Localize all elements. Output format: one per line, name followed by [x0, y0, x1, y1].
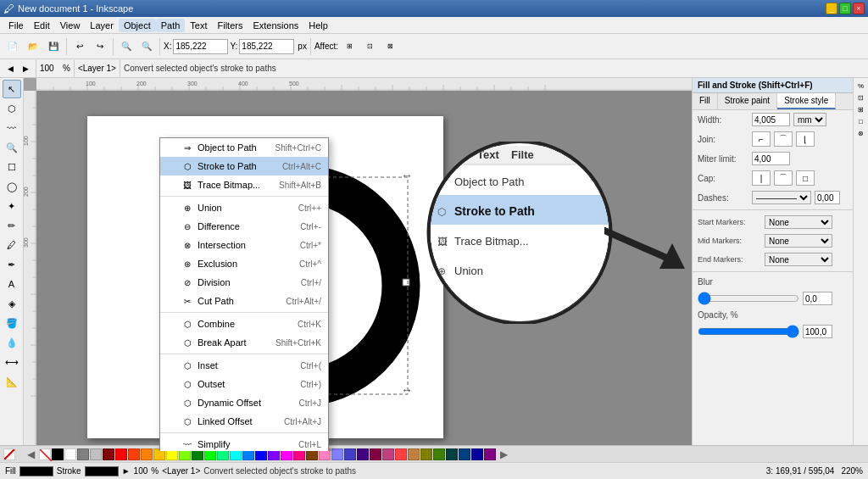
menu-help[interactable]: Help	[303, 19, 333, 32]
menu-division[interactable]: ⊘ Division Ctrl+/	[160, 273, 328, 292]
palette-scroll-right[interactable]: ▶	[500, 448, 508, 460]
purple-swatch[interactable]	[484, 448, 496, 460]
open-button[interactable]: 📂	[24, 37, 42, 56]
fill-indicator[interactable]	[19, 466, 53, 476]
dashes-offset-input[interactable]	[815, 191, 840, 204]
menu-layer[interactable]: Layer	[85, 19, 119, 32]
menu-inset[interactable]: ⬡ Inset Ctrl+(	[160, 356, 328, 375]
snap-btn-4[interactable]: □	[855, 115, 867, 127]
menu-text[interactable]: Text	[185, 19, 212, 32]
circle-tool[interactable]: ◯	[3, 177, 21, 196]
cap-square-btn[interactable]: □	[796, 170, 815, 186]
black-swatch[interactable]	[52, 448, 64, 460]
join-miter-btn[interactable]: ⌐	[752, 131, 771, 147]
zoom-tool[interactable]: 🔍	[3, 138, 21, 157]
menu-view[interactable]: View	[55, 19, 86, 32]
menu-combine[interactable]: ⬡ Combine Ctrl+K	[160, 315, 328, 333]
menu-union[interactable]: ⊕ Union Ctrl++	[160, 198, 328, 217]
menu-difference[interactable]: ⊖ Difference Ctrl+-	[160, 217, 328, 236]
dashes-select[interactable]: ——————- - - - -· · · · ·	[752, 191, 811, 204]
width-unit-select[interactable]: mmpxpt	[793, 113, 826, 126]
dark-blue-swatch[interactable]	[344, 448, 356, 460]
grey-swatch[interactable]	[77, 448, 89, 460]
blur-slider[interactable]	[698, 292, 799, 305]
menu-file[interactable]: File	[3, 19, 29, 32]
dark-magenta-swatch[interactable]	[370, 448, 381, 460]
menu-trace-bitmap[interactable]: 🖼 Trace Bitmap... Shift+Alt+B	[160, 175, 328, 194]
end-markers-select[interactable]: None	[765, 253, 832, 266]
silver-swatch[interactable]	[90, 448, 102, 460]
midnight-blue-swatch[interactable]	[471, 448, 483, 460]
olive-swatch[interactable]	[420, 448, 432, 460]
affect-btn-1[interactable]: ⊞	[340, 37, 359, 56]
join-round-btn[interactable]: ⌒	[774, 131, 793, 147]
rect-tool[interactable]: ☐	[3, 158, 21, 176]
save-button[interactable]: 💾	[44, 37, 63, 56]
white-swatch[interactable]	[64, 448, 76, 460]
menu-linked-offset[interactable]: ⬡ Linked Offset Ctrl+Alt+J	[160, 412, 328, 431]
cap-butt-btn[interactable]: |	[752, 170, 771, 186]
snap-btn-3[interactable]: ⊞	[855, 103, 867, 115]
snap-btn-5[interactable]: ⊗	[855, 127, 867, 139]
menu-exclusion[interactable]: ⊛ Exclusion Ctrl+^	[160, 254, 328, 273]
menu-extensions[interactable]: Extensions	[248, 19, 303, 32]
calligraphy-tool[interactable]: ✒	[3, 255, 21, 274]
menu-stroke-to-path[interactable]: ⬡ Stroke to Path Ctrl+Alt+C	[160, 157, 328, 175]
stroke-indicator[interactable]	[85, 466, 119, 476]
measure-tool[interactable]: 📐	[3, 372, 21, 391]
tweak-tool[interactable]: 〰	[3, 119, 21, 137]
maximize-button[interactable]: □	[839, 3, 851, 14]
start-markers-select[interactable]: None	[765, 215, 832, 229]
coord-y-input[interactable]	[239, 39, 294, 54]
menu-object[interactable]: Object	[119, 19, 156, 32]
light-blue-swatch[interactable]	[331, 448, 343, 460]
menu-intersection[interactable]: ⊗ Intersection Ctrl+*	[160, 236, 328, 254]
no-paint-swatch[interactable]	[39, 448, 51, 460]
menu-object-to-path[interactable]: ⇒ Object to Path Shift+Ctrl+C	[160, 138, 328, 157]
fill-tool[interactable]: 🪣	[3, 314, 21, 332]
join-bevel-btn[interactable]: ⌊	[796, 131, 815, 147]
tab-fill[interactable]: Fill	[693, 93, 718, 109]
eyedropper-tool[interactable]: 💧	[3, 333, 21, 352]
tb2-btn1[interactable]: ◀	[3, 62, 17, 75]
indigo-swatch[interactable]	[357, 448, 369, 460]
select-tool[interactable]: ↖	[3, 80, 21, 98]
menu-edit[interactable]: Edit	[29, 19, 55, 32]
salmon-swatch[interactable]	[395, 448, 407, 460]
menu-outset[interactable]: ⬡ Outset Ctrl+)	[160, 375, 328, 393]
menu-path[interactable]: Path	[156, 19, 186, 32]
opacity-value-input[interactable]	[803, 325, 832, 338]
mid-markers-select[interactable]: None	[765, 234, 832, 248]
tab-stroke-style[interactable]: Stroke style	[777, 93, 836, 109]
menu-cut-path[interactable]: ✂ Cut Path Ctrl+Alt+/	[160, 292, 328, 310]
tan-swatch[interactable]	[408, 448, 420, 460]
blur-value-input[interactable]	[803, 292, 832, 305]
orange-swatch[interactable]	[141, 448, 153, 460]
snap-btn-2[interactable]: ⊡	[855, 92, 867, 103]
affect-btn-2[interactable]: ⊡	[360, 37, 379, 56]
redo-button[interactable]: ↪	[91, 37, 109, 56]
close-button[interactable]: ×	[853, 3, 865, 14]
opacity-slider[interactable]	[698, 325, 799, 338]
orange-red-swatch[interactable]	[128, 448, 140, 460]
affect-btn-3[interactable]: ⊠	[381, 37, 399, 56]
palette-scroll-left[interactable]: ◀	[27, 448, 35, 460]
zoom-in-button[interactable]: 🔍	[117, 37, 136, 56]
dark-olive-swatch[interactable]	[433, 448, 445, 460]
cap-round-btn[interactable]: ⌒	[774, 170, 793, 186]
navy-blue-swatch[interactable]	[459, 448, 470, 460]
miter-input[interactable]	[752, 152, 790, 165]
maroon-swatch[interactable]	[103, 448, 114, 460]
pen-tool[interactable]: 🖊	[3, 236, 21, 254]
width-input[interactable]	[752, 113, 790, 126]
undo-button[interactable]: ↩	[70, 37, 89, 56]
pencil-tool[interactable]: ✏	[3, 216, 21, 235]
tb2-btn2[interactable]: ▶	[19, 62, 32, 75]
menu-dynamic-offset[interactable]: ⬡ Dynamic Offset Ctrl+J	[160, 393, 328, 412]
new-button[interactable]: 📄	[3, 37, 22, 56]
menu-break-apart[interactable]: ⬡ Break Apart Shift+Ctrl+K	[160, 333, 328, 352]
text-tool[interactable]: A	[3, 275, 21, 293]
tab-stroke-paint[interactable]: Stroke paint	[718, 93, 777, 109]
coord-x-input[interactable]	[173, 39, 228, 54]
red-swatch[interactable]	[115, 448, 127, 460]
